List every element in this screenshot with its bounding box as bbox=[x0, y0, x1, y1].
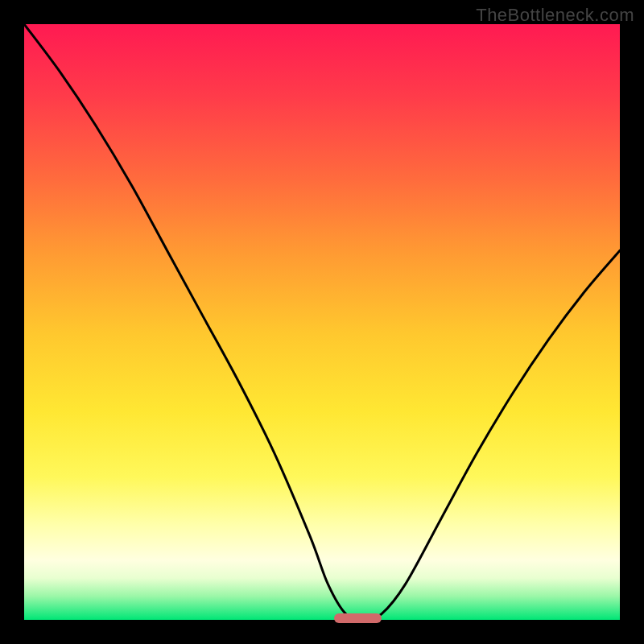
watermark-text: TheBottleneck.com bbox=[476, 5, 634, 26]
bottleneck-curve bbox=[24, 24, 620, 620]
chart-area bbox=[24, 24, 620, 620]
optimal-range-marker bbox=[334, 613, 382, 623]
